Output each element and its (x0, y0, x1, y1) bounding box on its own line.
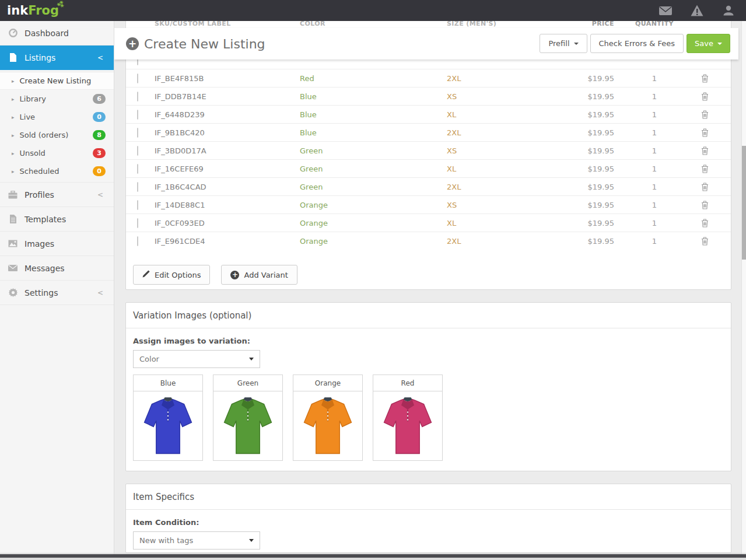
chevron-left-icon: < (97, 289, 103, 297)
trash-icon[interactable] (701, 236, 710, 246)
variant-quantity: 1 (614, 146, 695, 155)
trash-icon[interactable] (701, 182, 710, 191)
polo-shirt-image[interactable] (373, 391, 442, 461)
row-checkbox[interactable] (137, 164, 138, 174)
save-button[interactable]: Save (687, 34, 730, 53)
trash-icon[interactable] (701, 218, 710, 228)
vertical-scrollbar-track[interactable] (741, 21, 746, 555)
variant-size-link[interactable]: XL (447, 164, 563, 173)
sidebar-subitem-scheduled[interactable]: ▸Scheduled0 (0, 162, 114, 180)
polo-shirt-image[interactable] (293, 391, 362, 461)
edit-options-button[interactable]: Edit Options (133, 265, 210, 285)
row-checkbox[interactable] (137, 74, 138, 83)
polo-shirt-image[interactable] (134, 391, 202, 461)
variant-color-link[interactable]: Orange (300, 237, 447, 246)
variant-color-link[interactable]: Green (300, 164, 447, 173)
variant-sku: IF_BE4F815B (155, 74, 300, 83)
prefill-button[interactable]: Prefill (540, 34, 587, 53)
item-specifics-title: Item Specifics (126, 484, 731, 510)
item-condition-value: New with tags (139, 536, 193, 545)
trash-icon[interactable] (701, 200, 710, 209)
sidebar-subitem-live[interactable]: ▸Live0 (0, 108, 114, 126)
alerts-icon[interactable] (690, 4, 704, 17)
variant-quantity: 1 (614, 201, 695, 209)
item-condition-select[interactable]: New with tags (133, 531, 260, 550)
polo-shirt-image[interactable] (213, 391, 282, 461)
trash-icon[interactable] (701, 74, 710, 83)
check-errors-fees-button[interactable]: Check Errors & Fees (590, 34, 684, 53)
variant-sku: IF_1B6C4CAD (155, 183, 300, 191)
add-variant-button[interactable]: + Add Variant (221, 265, 297, 285)
variant-quantity: 1 (614, 92, 695, 101)
account-icon[interactable] (722, 4, 736, 17)
variant-size-link[interactable]: 2XL (447, 128, 563, 137)
variant-color-link[interactable]: Blue (300, 128, 447, 137)
row-checkbox[interactable] (137, 146, 138, 156)
table-row: IF_DDB7B14EBlueXS$19.951 (126, 87, 731, 105)
variation-card-orange: Orange (293, 374, 363, 461)
sidebar-item-templates[interactable]: Templates (0, 207, 114, 232)
variant-size-link[interactable]: 2XL (447, 237, 563, 246)
row-checkbox[interactable] (137, 200, 138, 210)
variant-size-link[interactable]: 2XL (447, 74, 563, 83)
sidebar-item-profiles[interactable]: Profiles< (0, 183, 114, 207)
save-label: Save (695, 39, 713, 48)
trash-icon[interactable] (701, 110, 710, 119)
row-checkbox[interactable] (137, 182, 138, 192)
variant-size-link[interactable]: XS (447, 146, 563, 155)
variant-quantity: 1 (614, 128, 695, 137)
variant-color-link[interactable]: Orange (300, 201, 447, 209)
row-checkbox[interactable] (137, 236, 138, 246)
variant-color-link[interactable]: Blue (300, 92, 447, 101)
trash-icon[interactable] (701, 92, 710, 101)
trash-icon[interactable] (701, 128, 710, 137)
variant-color-link[interactable]: Green (300, 146, 447, 155)
sidebar-item-settings[interactable]: Settings< (0, 281, 114, 305)
variant-color-link[interactable]: Green (300, 183, 447, 191)
variation-card-red: Red (373, 374, 443, 461)
sidebar-subitem-label: Sold (orders) (20, 131, 69, 139)
app-window: SKU/CUSTOM LABEL COLOR SIZE (MEN'S) PRIC… (0, 0, 746, 560)
table-row: IF_BE4F815BRed2XL$19.951 (126, 69, 731, 87)
chevron-left-icon: < (97, 54, 103, 62)
trash-icon[interactable] (701, 164, 710, 173)
inkfrog-logo[interactable]: inkFrog ⁂ (7, 4, 59, 18)
variant-price: $19.95 (563, 164, 614, 173)
variant-color-link[interactable]: Red (300, 74, 447, 83)
variant-size-link[interactable]: XL (447, 219, 563, 228)
count-badge: 0 (93, 166, 106, 176)
variant-size-link[interactable]: XL (447, 110, 563, 119)
edit-options-label: Edit Options (155, 271, 201, 279)
sidebar-subitem-create-new-listing[interactable]: ▸Create New Listing (0, 72, 114, 90)
row-checkbox[interactable] (137, 128, 138, 138)
variant-color-link[interactable]: Blue (300, 110, 447, 119)
sidebar-item-messages[interactable]: Messages (0, 256, 114, 281)
trash-icon[interactable] (701, 146, 710, 155)
variation-card-label: Green (213, 375, 282, 391)
sidebar-item-listings[interactable]: Listings< (0, 46, 114, 70)
variant-size-link[interactable]: XS (447, 201, 563, 209)
variant-sku: IF_6448D239 (155, 110, 300, 119)
sidebar-subitem-label: Create New Listing (20, 76, 92, 85)
sidebar-item-images[interactable]: Images (0, 232, 114, 256)
row-checkbox[interactable] (137, 110, 138, 120)
caret-down-icon (574, 43, 579, 45)
variation-select[interactable]: Color (133, 350, 260, 368)
row-checkbox[interactable] (137, 218, 138, 228)
item-condition-label: Item Condition: (133, 518, 731, 527)
variant-size-link[interactable]: XS (447, 92, 563, 101)
messages-icon[interactable] (659, 4, 673, 17)
sidebar-subitem-sold-orders[interactable]: ▸Sold (orders)8 (0, 126, 114, 144)
page-title: Create New Listing (144, 37, 265, 51)
sidebar-subitem-unsold[interactable]: ▸Unsold3 (0, 144, 114, 162)
variant-color-link[interactable]: Orange (300, 219, 447, 228)
row-checkbox[interactable] (137, 92, 138, 102)
dashboard-icon (8, 29, 17, 38)
vertical-scrollbar-thumb[interactable] (742, 146, 746, 260)
variant-size-link[interactable]: 2XL (447, 183, 563, 191)
sidebar-item-dashboard[interactable]: Dashboard (0, 21, 114, 46)
sidebar-subitem-label: Live (20, 113, 36, 121)
file-text-icon (8, 215, 17, 224)
count-badge: 3 (93, 148, 106, 158)
sidebar-subitem-library[interactable]: ▸Library6 (0, 90, 114, 108)
